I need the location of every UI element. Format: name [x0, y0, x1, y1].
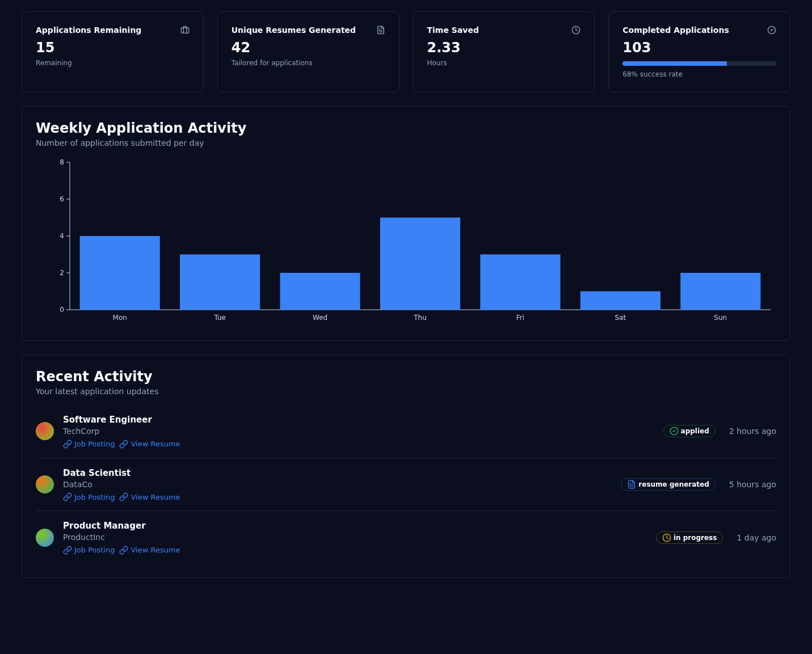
weekly-activity-chart: 02468MonTueWedThuFriSatSun [36, 157, 776, 327]
svg-text:8: 8 [60, 158, 64, 166]
stat-card-time-saved: Time Saved 2.33 Hours [413, 11, 595, 92]
stat-sub: Hours [427, 59, 581, 67]
stat-value: 2.33 [427, 39, 581, 57]
stat-card-completed-applications: Completed Applications 103 68% success r… [608, 11, 790, 92]
link-icon [63, 546, 72, 555]
progress-bar [622, 61, 776, 66]
svg-text:Sat: Sat [615, 314, 626, 322]
svg-text:6: 6 [60, 195, 64, 203]
section-title: Recent Activity [36, 369, 776, 385]
stat-value: 15 [36, 39, 190, 57]
link-icon [63, 440, 72, 449]
svg-text:Fri: Fri [516, 314, 524, 322]
view-resume-link[interactable]: View Resume [119, 546, 180, 555]
clock-icon [571, 26, 580, 35]
file-icon [376, 26, 385, 35]
recent-activity-card: Recent Activity Your latest application … [22, 355, 790, 578]
status-badge: applied [663, 425, 716, 437]
job-posting-link[interactable]: Job Posting [63, 440, 115, 449]
avatar [36, 475, 54, 493]
link-icon [119, 440, 128, 449]
svg-text:4: 4 [60, 232, 64, 240]
check-circle-icon [670, 427, 679, 436]
stat-title: Unique Resumes Generated [232, 26, 356, 35]
company-name: ProductInc [63, 532, 180, 543]
link-icon [119, 546, 128, 555]
status-badge: in progress [656, 531, 723, 544]
stat-card-applications-remaining: Applications Remaining 15 Remaining [22, 11, 204, 92]
job-title: Data Scientist [63, 467, 180, 479]
job-title: Product Manager [63, 520, 180, 532]
timestamp: 5 hours ago [729, 480, 776, 489]
section-title: Weekly Application Activity [36, 120, 776, 136]
status-badge: resume generated [621, 478, 715, 491]
timestamp: 1 day ago [737, 533, 776, 542]
activity-row: Data ScientistDataCoJob PostingView Resu… [36, 458, 776, 511]
stat-title: Completed Applications [622, 26, 729, 35]
weekly-activity-card: Weekly Application Activity Number of ap… [22, 106, 790, 341]
stat-value: 42 [232, 39, 385, 57]
timestamp: 2 hours ago [729, 427, 776, 436]
company-name: DataCo [63, 479, 180, 491]
svg-rect-25 [380, 218, 460, 310]
view-resume-link[interactable]: View Resume [119, 492, 180, 501]
svg-rect-23 [180, 255, 260, 310]
stat-value: 103 [622, 39, 776, 57]
svg-rect-27 [580, 292, 660, 310]
section-sub: Number of applications submitted per day [36, 138, 776, 147]
svg-text:Wed: Wed [313, 314, 327, 322]
svg-text:Thu: Thu [413, 314, 427, 322]
clock-icon [662, 533, 671, 542]
svg-rect-22 [80, 236, 160, 310]
view-resume-link[interactable]: View Resume [119, 440, 180, 449]
avatar [36, 422, 54, 440]
svg-rect-0 [181, 28, 188, 33]
avatar [36, 529, 54, 547]
stat-sub: Remaining [36, 59, 190, 67]
job-title: Software Engineer [63, 414, 180, 426]
check-circle-icon [767, 26, 776, 35]
svg-text:Tue: Tue [213, 314, 226, 322]
section-sub: Your latest application updates [36, 387, 776, 396]
svg-text:Sun: Sun [714, 314, 727, 322]
stat-title: Time Saved [427, 26, 479, 35]
svg-text:0: 0 [60, 306, 64, 314]
svg-rect-24 [280, 273, 360, 310]
stat-card-unique-resumes: Unique Resumes Generated 42 Tailored for… [217, 11, 399, 92]
briefcase-icon [180, 26, 190, 35]
svg-rect-28 [680, 273, 760, 310]
svg-rect-26 [480, 255, 560, 310]
link-icon [63, 492, 72, 501]
stat-sub: Tailored for applications [232, 59, 385, 67]
activity-row: Software EngineerTechCorpJob PostingView… [36, 405, 776, 458]
link-icon [119, 492, 128, 501]
stat-sub: 68% success rate [622, 70, 776, 78]
svg-text:2: 2 [60, 269, 64, 277]
stat-title: Applications Remaining [36, 26, 141, 35]
job-posting-link[interactable]: Job Posting [63, 492, 115, 501]
svg-text:Mon: Mon [113, 314, 127, 322]
activity-row: Product ManagerProductIncJob PostingView… [36, 510, 776, 564]
job-posting-link[interactable]: Job Posting [63, 546, 115, 555]
file-icon [627, 480, 636, 489]
company-name: TechCorp [63, 426, 180, 437]
